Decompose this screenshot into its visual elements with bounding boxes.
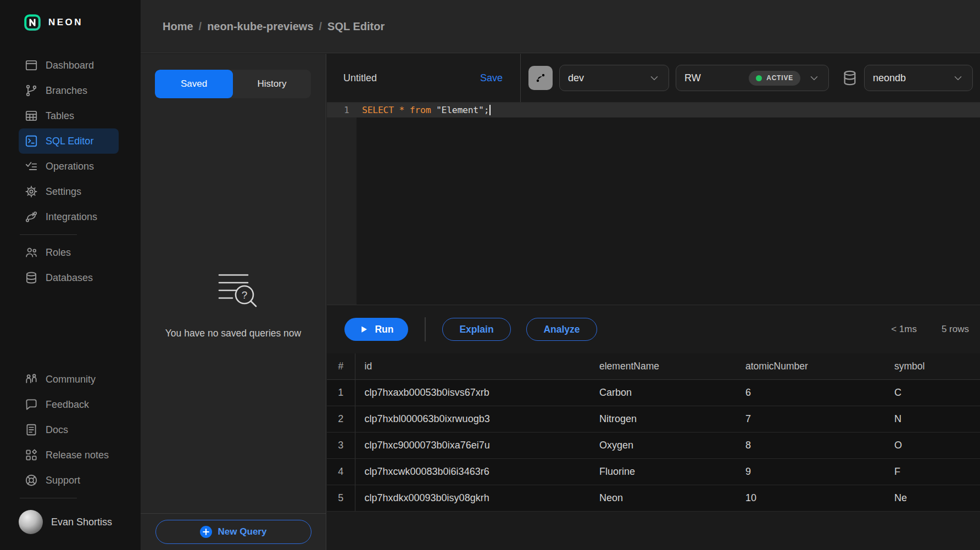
saved-panel-footer: New Query (141, 513, 326, 550)
sidebar-item-roles[interactable]: Roles (19, 240, 119, 265)
sidebar-item-branches[interactable]: Branches (19, 78, 119, 103)
sql-statement: SELECT * from "Element"; (357, 105, 491, 115)
sidebar-item-integrations[interactable]: Integrations (19, 204, 119, 229)
sidebar-item-label: Roles (46, 247, 71, 259)
explain-button[interactable]: Explain (442, 318, 511, 341)
neon-logo-icon (24, 14, 41, 31)
toolbar-divider (425, 317, 426, 341)
sql-keyword: SELECT (362, 105, 394, 115)
tab-saved[interactable]: Saved (155, 70, 233, 98)
database-cylinder-icon (841, 69, 859, 87)
cell-row-number: 2 (327, 406, 355, 432)
query-stats: < 1ms 5 rows (891, 324, 969, 335)
sidebar-divider (20, 498, 77, 498)
sidebar: NEON Dashboard Branches Tables (0, 0, 141, 550)
sidebar-item-settings[interactable]: Settings (19, 179, 119, 204)
gear-icon (24, 184, 38, 199)
cell-row-number: 3 (327, 432, 355, 458)
compute-select[interactable]: RW ACTIVE (676, 65, 829, 91)
column-header-id: id (355, 353, 590, 379)
sidebar-item-label: Support (46, 475, 80, 486)
sidebar-item-label: Docs (46, 424, 68, 436)
database-select[interactable]: neondb (864, 65, 973, 91)
branch-badge-icon (528, 66, 553, 90)
breadcrumb-home[interactable]: Home (163, 20, 193, 33)
new-query-label: New Query (218, 526, 267, 537)
cell-id: clp7hxbl000063b0ixrwuogb3 (355, 406, 590, 432)
column-header-symbol: symbol (885, 353, 980, 379)
sidebar-divider (20, 234, 77, 235)
sidebar-item-label: Community (46, 374, 96, 385)
roles-users-icon (24, 245, 38, 260)
chevron-down-icon (648, 72, 660, 84)
code-editor[interactable]: 1 SELECT * from "Element"; (327, 103, 980, 305)
cell-row-number: 4 (327, 458, 355, 485)
query-title-section: Untitled Save (327, 54, 521, 102)
column-header-elementname: elementName (590, 353, 736, 379)
sidebar-nav-primary: Dashboard Branches Tables SQL Editor (0, 53, 141, 290)
cell-symbol: F (885, 458, 980, 485)
sidebar-item-dashboard[interactable]: Dashboard (19, 53, 119, 78)
sidebar-item-support[interactable]: Support (19, 468, 119, 493)
breadcrumb-separator: / (319, 20, 322, 33)
editor-gutter (327, 103, 357, 305)
cell-row-number: 1 (327, 379, 355, 406)
app-window: NEON Dashboard Branches Tables (0, 0, 980, 550)
sidebar-item-feedback[interactable]: Feedback (19, 392, 119, 417)
sidebar-item-label: Databases (46, 272, 93, 284)
cell-symbol: Ne (885, 485, 980, 511)
query-title[interactable]: Untitled (343, 72, 377, 84)
life-ring-icon (24, 473, 38, 487)
sidebar-item-tables[interactable]: Tables (19, 103, 119, 128)
database-select-value: neondb (873, 72, 906, 84)
sql-keyword: from (410, 105, 431, 115)
community-icon (24, 372, 38, 386)
cell-row-number: 5 (327, 485, 355, 511)
table-row: 1 clp7hxaxb00053b0isvs67xrb Carbon 6 C (327, 379, 980, 406)
cell-symbol: N (885, 406, 980, 432)
user-menu[interactable]: Evan Shortiss (19, 510, 112, 534)
cell-id: clp7hxcwk00083b0i6i3463r6 (355, 458, 590, 485)
tab-history[interactable]: History (233, 70, 311, 98)
user-name: Evan Shortiss (51, 517, 112, 528)
breadcrumb-project[interactable]: neon-kube-previews (207, 20, 313, 33)
database-icon (24, 271, 38, 285)
sidebar-item-label: Branches (46, 85, 87, 97)
new-query-button[interactable]: New Query (155, 520, 311, 544)
sql-star: * (399, 105, 404, 115)
neon-logo[interactable]: NEON (24, 14, 83, 31)
integrations-icon (24, 210, 38, 224)
sidebar-item-label: Tables (46, 110, 74, 122)
sidebar-nav-secondary: Community Feedback Docs Release notes (0, 367, 141, 503)
line-number: 1 (327, 105, 357, 115)
breadcrumb-current-page: SQL Editor (327, 20, 385, 33)
sidebar-item-release-notes[interactable]: Release notes (19, 442, 119, 468)
query-toolbar: Run Explain Analyze < 1ms 5 rows (327, 305, 980, 353)
compute-status-badge: ACTIVE (749, 71, 800, 86)
sidebar-item-label: SQL Editor (46, 136, 93, 147)
table-row: 5 clp7hxdkx00093b0isy08gkrh Neon 10 Ne (327, 485, 980, 511)
chevron-down-icon (808, 72, 820, 84)
compute-status-label: ACTIVE (766, 74, 793, 82)
analyze-button[interactable]: Analyze (526, 318, 597, 341)
cell-atomic-number: 10 (736, 485, 885, 511)
sidebar-item-label: Feedback (46, 399, 89, 411)
save-query-link[interactable]: Save (480, 72, 503, 84)
git-branch-icon (24, 83, 38, 98)
queries-tabs: Saved History (155, 70, 311, 98)
cell-element-name: Neon (590, 485, 736, 511)
sidebar-item-operations[interactable]: Operations (19, 154, 119, 179)
sidebar-item-community[interactable]: Community (19, 367, 119, 392)
sidebar-item-databases[interactable]: Databases (19, 265, 119, 290)
branch-select[interactable]: dev (559, 65, 669, 91)
sidebar-item-docs[interactable]: Docs (19, 417, 119, 442)
table-icon (24, 109, 38, 123)
cell-id: clp7hxc9000073b0ixa76ei7u (355, 432, 590, 458)
sidebar-item-label: Operations (46, 161, 94, 172)
release-notes-icon (24, 448, 38, 462)
run-button[interactable]: Run (344, 318, 408, 341)
sidebar-item-label: Settings (46, 186, 81, 198)
plus-circle-icon (200, 526, 212, 538)
sidebar-item-label: Integrations (46, 211, 97, 223)
sidebar-item-sql-editor[interactable]: SQL Editor (19, 128, 119, 154)
